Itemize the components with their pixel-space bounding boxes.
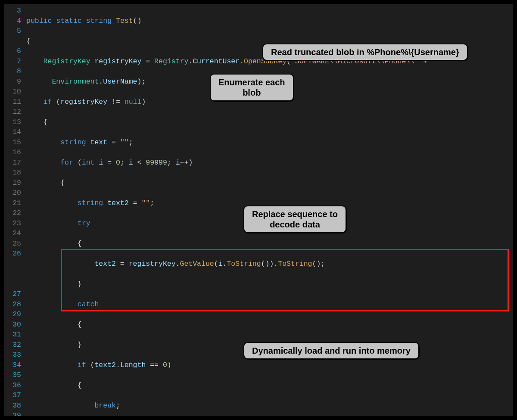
- code-line: catch: [26, 299, 513, 310]
- code-line: break;: [26, 401, 513, 411]
- line-number: 26: [4, 249, 21, 259]
- code-editor: 3 4 5 6 7 8 9 10 11 12 13 14 15 16 17 18…: [3, 3, 514, 417]
- line-number: 19: [4, 178, 21, 188]
- line-number: 39: [4, 411, 21, 417]
- line-number: 24: [4, 228, 21, 239]
- line-number: 20: [4, 188, 21, 198]
- line-number: 9: [4, 77, 21, 87]
- line-number: [4, 269, 21, 279]
- line-number: 17: [4, 158, 21, 168]
- code-line: if (text2.Length == 0): [26, 360, 513, 370]
- callout-4: Dynamically load and run into memory: [243, 342, 419, 359]
- line-number: 10: [4, 87, 21, 97]
- line-number: 22: [4, 208, 21, 218]
- code-line: string text = "";: [26, 137, 513, 148]
- callout-2: Enumerate each blob: [210, 74, 294, 101]
- line-number: 16: [4, 147, 21, 158]
- line-number: 23: [4, 218, 21, 229]
- code-line: {: [26, 178, 513, 188]
- line-number: 11: [4, 97, 21, 107]
- line-number: 30: [4, 320, 21, 330]
- line-number: 4: [4, 16, 21, 26]
- code-line: text2 = registryKey.GetValue(i.ToString(…: [26, 259, 513, 269]
- line-number: 21: [4, 198, 21, 208]
- line-number: 38: [4, 401, 21, 411]
- line-number: 34: [4, 360, 21, 370]
- callout-3: Replace sequence to decode data: [243, 205, 346, 233]
- line-number: 13: [4, 117, 21, 128]
- line-number: 14: [4, 127, 21, 137]
- code-line: }: [26, 279, 513, 289]
- line-number: 36: [4, 380, 21, 391]
- line-number: 6: [4, 46, 21, 56]
- line-number: 8: [4, 66, 21, 77]
- line-number: 5: [4, 26, 21, 36]
- line-number: 29: [4, 309, 21, 320]
- code-line: {: [26, 117, 513, 128]
- code-line: for (int i = 0; i < 99999; i++): [26, 158, 513, 168]
- code-line: {: [26, 380, 513, 391]
- line-number: [4, 36, 21, 47]
- line-number: 27: [4, 289, 21, 299]
- line-number: 33: [4, 350, 21, 360]
- line-number: 3: [4, 6, 21, 16]
- callout-1: Read truncated blob in %Phone%\{Username…: [262, 44, 468, 61]
- line-number: 25: [4, 239, 21, 249]
- code-line: {: [26, 320, 513, 330]
- line-number: [4, 279, 21, 289]
- line-number: 35: [4, 370, 21, 380]
- line-number: 7: [4, 56, 21, 67]
- line-number-gutter: 3 4 5 6 7 8 9 10 11 12 13 14 15 16 17 18…: [4, 4, 26, 417]
- code-line: public static string Test(): [26, 16, 513, 26]
- line-number: 15: [4, 137, 21, 148]
- line-number: 31: [4, 330, 21, 340]
- line-number: 12: [4, 107, 21, 117]
- line-number: 18: [4, 168, 21, 178]
- line-number: 32: [4, 340, 21, 350]
- line-number: 37: [4, 390, 21, 401]
- line-number: 28: [4, 299, 21, 310]
- line-number: [4, 259, 21, 269]
- code-line: {: [26, 239, 513, 249]
